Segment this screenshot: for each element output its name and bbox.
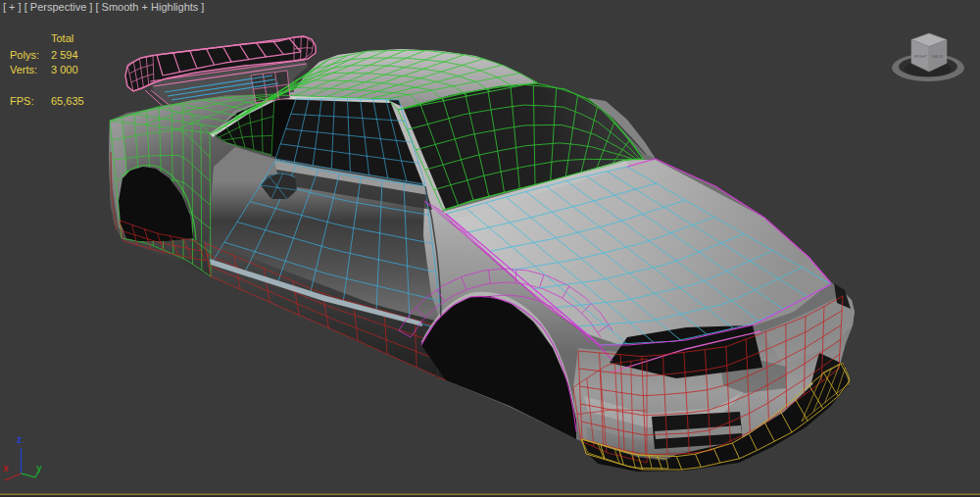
svg-text:Total: Total xyxy=(51,32,74,44)
svg-text:65,635: 65,635 xyxy=(51,95,84,107)
svg-text:x: x xyxy=(3,463,9,473)
svg-text:3 000: 3 000 xyxy=(51,64,78,75)
svg-text:Verts:: Verts: xyxy=(10,64,37,75)
svg-text:FPS:: FPS: xyxy=(10,95,33,107)
svg-text:Polys:: Polys: xyxy=(10,49,39,61)
svg-text:2 594: 2 594 xyxy=(51,49,78,61)
svg-text:RIGHT: RIGHT xyxy=(914,54,927,59)
svg-text:BACK: BACK xyxy=(932,54,944,59)
svg-text:z: z xyxy=(17,433,23,445)
svg-text:y: y xyxy=(36,463,42,473)
svg-text:[ + ] [ Perspective ] [ Smooth: [ + ] [ Perspective ] [ Smooth + Highlig… xyxy=(3,1,204,13)
